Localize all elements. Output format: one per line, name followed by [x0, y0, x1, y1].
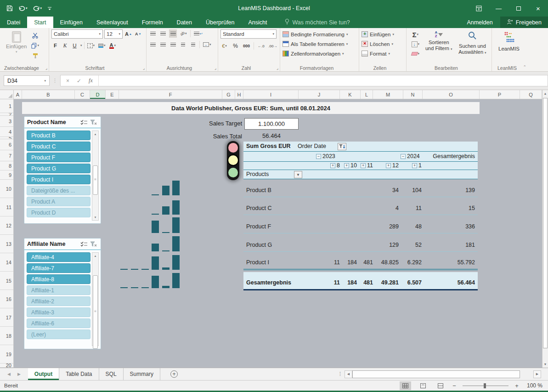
scroll-thumb[interactable]: [93, 275, 98, 349]
increase-indent-button[interactable]: [189, 40, 197, 49]
slicer-scrollbar[interactable]: ▲▼: [92, 131, 99, 221]
scroll-left-arrow[interactable]: ◀: [345, 370, 352, 378]
collapse-ribbon-button[interactable]: ⌃: [523, 65, 526, 69]
traffic-light-lamp-2[interactable]: [228, 168, 238, 177]
column-header-H[interactable]: H: [235, 90, 243, 99]
slicer-item-affiliate-1[interactable]: Affiliate-1: [27, 285, 90, 295]
year-group-2023[interactable]: −2023: [316, 153, 335, 159]
ribbon-tab-daten[interactable]: Daten: [170, 17, 199, 28]
row-header-18[interactable]: 18: [0, 327, 13, 345]
conditional-formatting-button[interactable]: Bedingte Formatierung▾: [282, 29, 356, 39]
clear-filter-button[interactable]: [89, 241, 98, 247]
find-select-button[interactable]: Suchen und Auswählen ▾: [456, 29, 489, 58]
month-header-11[interactable]: +11: [361, 162, 373, 169]
row-header-1[interactable]: 1: [0, 99, 13, 113]
currency-format-button[interactable]: €▾: [220, 42, 228, 50]
paste-button[interactable]: Einfügen▾: [2, 29, 30, 60]
view-normal-button[interactable]: [400, 381, 411, 390]
month-header-8[interactable]: +8: [330, 162, 340, 169]
cell-styles-button[interactable]: Zellenformatvorlagen▾: [282, 49, 356, 58]
bold-button[interactable]: F: [51, 41, 59, 50]
slicer-item-leer[interactable]: (Leer): [27, 330, 90, 339]
expand-icon[interactable]: +: [330, 163, 335, 168]
new-sheet-button[interactable]: +: [170, 368, 178, 380]
horizontal-scroll-thumb[interactable]: [352, 370, 520, 378]
ribbon-tab-einf-gen[interactable]: Einfügen: [53, 17, 90, 28]
row-header-19[interactable]: 19: [0, 345, 13, 364]
percent-format-button[interactable]: %: [232, 42, 239, 50]
vertical-scroll-thumb[interactable]: [543, 98, 548, 348]
slicer-item-product-i[interactable]: Product I: [27, 175, 90, 184]
font-color-button[interactable]: A▾: [108, 41, 117, 50]
number-format-combo[interactable]: Standard▾: [220, 29, 277, 39]
increase-decimal-button[interactable]: ←.0: [257, 42, 265, 50]
column-header-D[interactable]: D: [90, 90, 106, 99]
column-header-F[interactable]: F: [119, 90, 222, 99]
align-bottom-button[interactable]: [169, 29, 177, 38]
column-header-I[interactable]: I: [243, 90, 299, 99]
align-center-button[interactable]: [159, 40, 167, 49]
column-header-P[interactable]: P: [480, 90, 520, 99]
slicer-item-dateigr-e-des[interactable]: Dateigröße des ...: [27, 186, 90, 195]
column-header-G[interactable]: G: [222, 90, 235, 99]
clear-filter-button[interactable]: [89, 119, 98, 125]
scroll-up-arrow[interactable]: ▲: [92, 131, 98, 137]
multi-select-button[interactable]: [79, 119, 89, 125]
column-header-N[interactable]: N: [403, 90, 423, 99]
orientation-button[interactable]: ab▾: [179, 29, 188, 38]
slicer-item-product-b[interactable]: Product B: [27, 131, 90, 140]
align-middle-button[interactable]: [159, 29, 167, 38]
merge-center-button[interactable]: ↔▾: [202, 40, 212, 49]
month-header-1[interactable]: +1: [412, 162, 422, 169]
share-button[interactable]: Freigeben: [500, 17, 548, 28]
clear-button[interactable]: ▾: [409, 50, 422, 58]
collapse-icon[interactable]: −: [401, 154, 406, 159]
zoom-in-button[interactable]: +: [514, 382, 519, 389]
ribbon-tab-seitenlayout[interactable]: Seitenlayout: [90, 17, 135, 28]
row-header-13[interactable]: 13: [0, 235, 13, 253]
ribbon-display-options-button[interactable]: [469, 0, 489, 17]
slicer-item-affiliate-4[interactable]: Affiliate-4: [27, 252, 90, 262]
next-sheet-button[interactable]: ▶: [17, 372, 21, 376]
format-painter-button[interactable]: [30, 51, 40, 60]
column-header-M[interactable]: M: [373, 90, 403, 99]
customize-quick-access-button[interactable]: [45, 5, 54, 12]
insert-cells-button[interactable]: Einfügen▾: [362, 29, 404, 39]
view-page-break-button[interactable]: [435, 381, 446, 390]
row-header-4[interactable]: 4: [0, 127, 13, 137]
scroll-down-arrow[interactable]: ▼: [544, 361, 547, 368]
save-button[interactable]: [5, 4, 15, 13]
align-right-button[interactable]: [169, 40, 177, 49]
underline-button[interactable]: U: [71, 41, 79, 50]
number-dialog-launcher[interactable]: ⌟: [277, 66, 278, 70]
expand-icon[interactable]: +: [361, 163, 366, 168]
sort-filter-button[interactable]: AZ Sortieren und Filtern ▾: [422, 29, 456, 58]
scroll-down-arrow[interactable]: ▼: [92, 214, 98, 220]
insert-function-button[interactable]: fx: [89, 77, 93, 84]
view-page-layout-button[interactable]: [417, 381, 429, 390]
column-header-K[interactable]: K: [340, 90, 361, 99]
ribbon-tab-berpr-fen[interactable]: Überprüfen: [199, 17, 242, 28]
ribbon-tab-ansicht[interactable]: Ansicht: [242, 17, 274, 28]
month-header-10[interactable]: +10: [344, 162, 357, 169]
slicer-item-affiliate-6[interactable]: Affiliate-6: [27, 318, 90, 328]
month-header-12[interactable]: +12: [386, 162, 399, 169]
confirm-entry-button[interactable]: ✓: [77, 78, 81, 84]
ribbon-tab-datei[interactable]: Datei: [0, 17, 27, 28]
align-top-button[interactable]: [149, 29, 157, 38]
fill-color-button[interactable]: ▾: [97, 41, 107, 50]
row-header-9[interactable]: 9: [0, 170, 13, 180]
horizontal-scrollbar[interactable]: ◀ ▶: [345, 368, 548, 380]
autosum-button[interactable]: Σ▾: [409, 30, 422, 39]
undo-button[interactable]: ▾: [17, 4, 29, 12]
column-header-J[interactable]: J: [299, 90, 340, 99]
slicer-scrollbar[interactable]: ▲▼: [92, 252, 99, 346]
sheet-tab-table-data[interactable]: Table Data: [59, 368, 99, 380]
thousands-format-button[interactable]: 000: [243, 42, 250, 50]
scroll-right-arrow[interactable]: ▶: [533, 370, 541, 378]
row-header-8[interactable]: 8: [0, 161, 13, 170]
slicer-item-product-d[interactable]: Product D: [27, 208, 90, 217]
cancel-entry-button[interactable]: ×: [66, 78, 69, 84]
wrap-text-button[interactable]: ↩: [193, 29, 204, 38]
row-header-12[interactable]: 12: [0, 216, 13, 235]
